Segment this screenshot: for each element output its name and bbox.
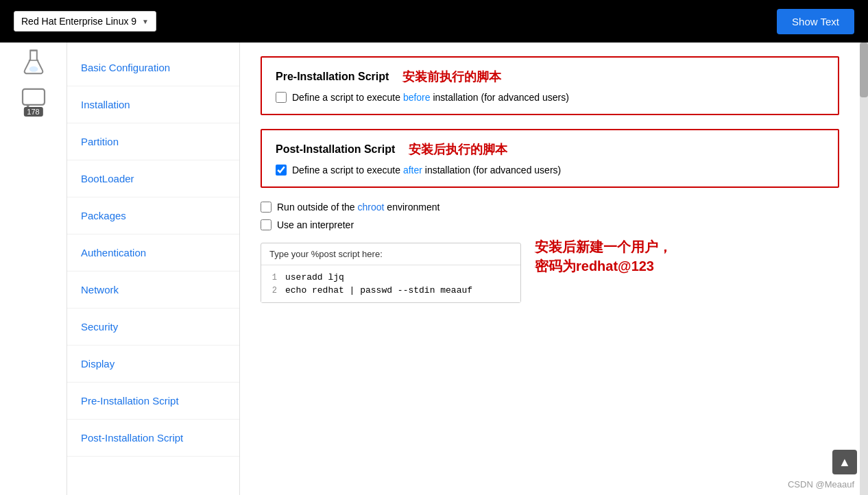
comment-icon-wrap[interactable]: 178 (21, 88, 46, 112)
sidebar-item-packages[interactable]: Packages (67, 197, 239, 234)
post-install-label-after: installation (for advanced users) (422, 165, 561, 176)
script-textarea-wrap: Type your %post script here: 1 useradd l… (261, 243, 521, 303)
pre-install-label-keyword: before (403, 92, 431, 103)
pre-install-annotation: 安装前执行的脚本 (402, 69, 501, 85)
code-line-1: 1 useradd ljq (261, 271, 520, 284)
sidebar-item-installation[interactable]: Installation (67, 86, 239, 123)
pre-install-checkbox[interactable] (276, 92, 287, 103)
post-install-checkbox[interactable] (276, 165, 287, 176)
pre-install-title: Pre-Installation Script (276, 71, 389, 83)
side-annotation: 安装后新建一个用户， 密码为redhat@123 (535, 237, 672, 276)
post-install-header: Post-Installation Script 安装后执行的脚本 (276, 141, 824, 158)
comment-badge: 178 (23, 107, 43, 117)
script-and-annotation: Type your %post script here: 1 useradd l… (261, 237, 839, 303)
interpreter-label: Use an interpreter (277, 219, 354, 230)
sidebar-item-network[interactable]: Network (67, 271, 239, 309)
pre-install-checkbox-label: Define a script to execute before instal… (292, 92, 569, 103)
nav-sidebar: Basic Configuration Installation Partiti… (67, 43, 240, 495)
sidebar-item-partition[interactable]: Partition (67, 123, 239, 160)
pre-install-label-after: installation (for advanced users) (431, 92, 569, 103)
script-textarea-header: Type your %post script here: (261, 243, 520, 265)
sidebar-item-pre-installation-script[interactable]: Pre-Installation Script (67, 383, 239, 420)
topbar: Red Hat Enterprise Linux 9 ▼ Show Text (0, 0, 868, 43)
icon-sidebar: 178 (0, 43, 67, 495)
sidebar-item-security[interactable]: Security (67, 309, 239, 346)
chroot-checkbox[interactable] (261, 202, 272, 213)
pre-install-header: Pre-Installation Script 安装前执行的脚本 (276, 69, 824, 85)
chevron-down-icon: ▼ (142, 18, 149, 25)
svg-point-1 (29, 67, 38, 72)
sidebar-item-authentication[interactable]: Authentication (67, 234, 239, 271)
interpreter-option-row: Use an interpreter (261, 219, 839, 230)
scroll-up-arrow-icon: ▲ (839, 455, 851, 470)
pre-install-checkbox-row[interactable]: Define a script to execute before instal… (276, 92, 824, 103)
watermark: CSDN @Meaauf (788, 479, 854, 490)
flask-icon (20, 49, 47, 77)
post-install-label-keyword: after (403, 165, 422, 176)
sidebar-item-basic-configuration[interactable]: Basic Configuration (67, 49, 239, 86)
post-install-label-before: Define a script to execute (292, 165, 403, 176)
scrollbar[interactable] (860, 43, 868, 495)
side-annotation-line2: 密码为redhat@123 (535, 256, 672, 276)
chroot-option-row: Run outside of the chroot environment (261, 202, 839, 213)
post-install-annotation: 安装后执行的脚本 (409, 141, 507, 158)
line-num-2: 2 (261, 286, 285, 295)
scroll-to-top-button[interactable]: ▲ (832, 450, 857, 474)
interpreter-checkbox[interactable] (261, 219, 272, 230)
pre-install-label-before: Define a script to execute (292, 92, 403, 103)
sidebar-item-post-installation-script[interactable]: Post-Installation Script (67, 420, 239, 457)
dropdown-value: Red Hat Enterprise Linux 9 (21, 16, 136, 27)
show-text-button[interactable]: Show Text (777, 9, 854, 34)
chroot-label: Run outside of the chroot environment (277, 202, 439, 213)
post-install-options: Run outside of the chroot environment Us… (261, 202, 839, 230)
post-install-checkbox-label: Define a script to execute after install… (292, 165, 561, 176)
pre-installation-script-box: Pre-Installation Script 安装前执行的脚本 Define … (261, 56, 839, 115)
distro-dropdown[interactable]: Red Hat Enterprise Linux 9 ▼ (14, 11, 156, 32)
svg-rect-3 (23, 89, 45, 105)
scrollbar-thumb[interactable] (860, 43, 868, 97)
post-installation-script-box: Post-Installation Script 安装后执行的脚本 Define… (261, 129, 839, 188)
line-num-1: 1 (261, 273, 285, 282)
code-line-2: 2 echo redhat | passwd --stdin meaauf (261, 284, 520, 297)
script-code-area[interactable]: 1 useradd ljq 2 echo redhat | passwd --s… (261, 265, 520, 302)
main-content: Pre-Installation Script 安装前执行的脚本 Define … (240, 43, 860, 495)
sidebar-item-display[interactable]: Display (67, 346, 239, 383)
side-annotation-line1: 安装后新建一个用户， (535, 237, 672, 256)
line-code-1: useradd ljq (285, 272, 344, 282)
post-install-checkbox-row[interactable]: Define a script to execute after install… (276, 165, 824, 176)
topbar-left: Red Hat Enterprise Linux 9 ▼ (14, 11, 156, 32)
line-code-2: echo redhat | passwd --stdin meaauf (285, 285, 472, 295)
post-install-title: Post-Installation Script (276, 143, 395, 156)
sidebar-item-bootloader[interactable]: BootLoader (67, 160, 239, 197)
